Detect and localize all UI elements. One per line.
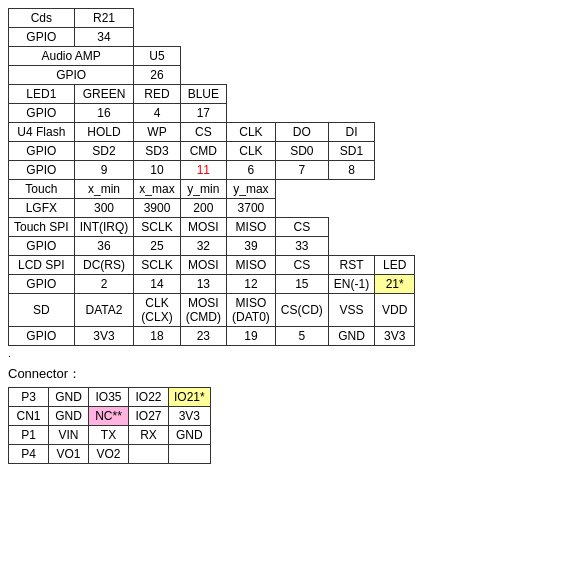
- cell: GPIO: [9, 237, 75, 256]
- cell: CLK(CLX): [134, 294, 180, 327]
- cell: GPIO: [9, 327, 75, 346]
- cell: 18: [134, 327, 180, 346]
- cell: INT(IRQ): [74, 218, 134, 237]
- cell: CS(CD): [275, 294, 328, 327]
- cell: CLK: [227, 123, 276, 142]
- cell: HOLD: [74, 123, 134, 142]
- cell: GPIO: [9, 104, 75, 123]
- cell: 9: [74, 161, 134, 180]
- cell: GPIO: [9, 161, 75, 180]
- cell: CN1: [9, 407, 49, 426]
- cell: SCLK: [134, 218, 180, 237]
- cell: y_max: [227, 180, 276, 199]
- table-row: GPIO SD2 SD3 CMD CLK SD0 SD1: [9, 142, 415, 161]
- cell: IO27: [129, 407, 169, 426]
- cell: EN(-1): [328, 275, 374, 294]
- cell: Touch: [9, 180, 75, 199]
- cell: 15: [275, 275, 328, 294]
- table-row: P1 VIN TX RX GND: [9, 426, 211, 445]
- cell: GND: [169, 426, 211, 445]
- cell: 26: [134, 66, 180, 85]
- table-row: SD DATA2 CLK(CLX) MOSI(CMD) MISO(DAT0) C…: [9, 294, 415, 327]
- cell: RX: [129, 426, 169, 445]
- cell: SCLK: [134, 256, 180, 275]
- cell: R21: [74, 9, 134, 28]
- cell: 3V3: [375, 327, 415, 346]
- cell: RED: [134, 85, 180, 104]
- cell: CS: [275, 256, 328, 275]
- table-row: Touch x_min x_max y_min y_max: [9, 180, 415, 199]
- cell: 12: [227, 275, 276, 294]
- cell: LGFX: [9, 199, 75, 218]
- cell: 8: [328, 161, 374, 180]
- cell: TX: [89, 426, 129, 445]
- cell: MISO: [227, 256, 276, 275]
- cell: LED1: [9, 85, 75, 104]
- cell: MISO: [227, 218, 276, 237]
- table-row: GPIO 2 14 13 12 15 EN(-1) 21*: [9, 275, 415, 294]
- cell: 4: [134, 104, 180, 123]
- cell-highlighted-pink: NC**: [89, 407, 129, 426]
- cell: IO35: [89, 388, 129, 407]
- cell: VO2: [89, 445, 129, 464]
- table-row: U4 Flash HOLD WP CS CLK DO DI: [9, 123, 415, 142]
- cell: DATA2: [74, 294, 134, 327]
- cell: DI: [328, 123, 374, 142]
- cell: [129, 445, 169, 464]
- cell: 2: [74, 275, 134, 294]
- cell: Audio AMP: [9, 47, 134, 66]
- table-row: GPIO 36 25 32 39 33: [9, 237, 415, 256]
- cell: IO22: [129, 388, 169, 407]
- cell: P1: [9, 426, 49, 445]
- cell: 17: [180, 104, 226, 123]
- table-row: Audio AMP U5: [9, 47, 415, 66]
- cell: SD: [9, 294, 75, 327]
- cell: VIN: [49, 426, 89, 445]
- cell-highlighted: IO21*: [169, 388, 211, 407]
- cell: 33: [275, 237, 328, 256]
- table-row: P3 GND IO35 IO22 IO21*: [9, 388, 211, 407]
- cell: LED: [375, 256, 415, 275]
- connector-table: P3 GND IO35 IO22 IO21* CN1 GND NC** IO27…: [8, 387, 211, 464]
- cell: CS: [275, 218, 328, 237]
- cell: GPIO: [9, 142, 75, 161]
- cell: DC(RS): [74, 256, 134, 275]
- cell: 23: [180, 327, 226, 346]
- table-row: GPIO 9 10 11 6 7 8: [9, 161, 415, 180]
- table-row: P4 VO1 VO2: [9, 445, 211, 464]
- cell: 10: [134, 161, 180, 180]
- cell: LCD SPI: [9, 256, 75, 275]
- cell: U5: [134, 47, 180, 66]
- cell: CLK: [227, 142, 276, 161]
- cell: 11: [180, 161, 226, 180]
- cell: BLUE: [180, 85, 226, 104]
- cell: MOSI: [180, 256, 226, 275]
- cell: GPIO: [9, 28, 75, 47]
- table-row: Touch SPI INT(IRQ) SCLK MOSI MISO CS: [9, 218, 415, 237]
- cell: x_min: [74, 180, 134, 199]
- cell: 13: [180, 275, 226, 294]
- cell: MISO(DAT0): [227, 294, 276, 327]
- cell: SD0: [275, 142, 328, 161]
- cell: MOSI: [180, 218, 226, 237]
- table-row: GPIO 16 4 17: [9, 104, 415, 123]
- cell: GND: [328, 327, 374, 346]
- separator-dot: .: [8, 348, 563, 359]
- table-row: CN1 GND NC** IO27 3V3: [9, 407, 211, 426]
- cell: 3V3: [74, 327, 134, 346]
- cell: 39: [227, 237, 276, 256]
- cell: 3V3: [169, 407, 211, 426]
- cell: GREEN: [74, 85, 134, 104]
- cell: WP: [134, 123, 180, 142]
- table-row: LCD SPI DC(RS) SCLK MOSI MISO CS RST LED: [9, 256, 415, 275]
- cell: DO: [275, 123, 328, 142]
- cell: 16: [74, 104, 134, 123]
- table-row: GPIO 26: [9, 66, 415, 85]
- cell: GPIO: [9, 66, 134, 85]
- cell: VDD: [375, 294, 415, 327]
- cell: 3700: [227, 199, 276, 218]
- cell: SD3: [134, 142, 180, 161]
- cell: Cds: [9, 9, 75, 28]
- cell: 19: [227, 327, 276, 346]
- table-row: GPIO 3V3 18 23 19 5 GND 3V3: [9, 327, 415, 346]
